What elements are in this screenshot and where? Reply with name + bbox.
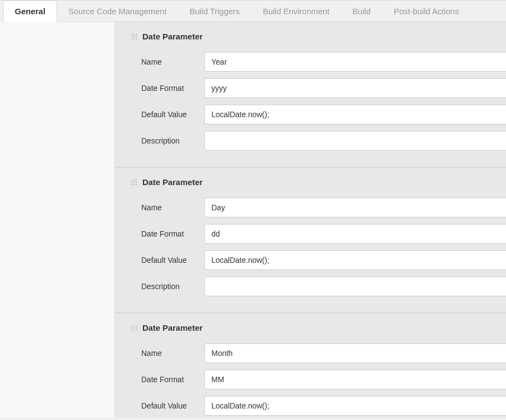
default-label: Default Value xyxy=(141,256,204,264)
dateformat-label: Date Format xyxy=(141,229,204,238)
dateformat-input[interactable] xyxy=(204,370,506,389)
default-input[interactable] xyxy=(204,250,506,270)
description-label: Description xyxy=(141,136,204,145)
description-input[interactable] xyxy=(204,277,506,296)
default-label: Default Value xyxy=(141,110,204,119)
parameter-block: Date Parameter Name Date Format Default … xyxy=(115,313,506,417)
tab-general[interactable]: General xyxy=(3,1,57,22)
drag-handle-icon[interactable] xyxy=(130,33,138,41)
description-input[interactable] xyxy=(204,131,506,151)
parameter-block: Date Parameter Name Date Format Default … xyxy=(115,22,506,168)
main-content: Date Parameter Name Date Format Default … xyxy=(115,22,506,417)
tab-post-build-actions[interactable]: Post-build Actions xyxy=(382,1,470,22)
drag-handle-icon[interactable] xyxy=(130,324,138,332)
name-input[interactable] xyxy=(204,52,506,72)
dateformat-input[interactable] xyxy=(204,224,506,244)
name-input[interactable] xyxy=(204,343,506,363)
default-label: Default Value xyxy=(141,401,204,410)
parameter-title: Date Parameter xyxy=(142,177,203,187)
default-input[interactable] xyxy=(204,105,506,124)
parameter-block: Date Parameter Name Date Format Default … xyxy=(115,168,506,313)
tab-build[interactable]: Build xyxy=(341,1,382,22)
drag-handle-icon[interactable] xyxy=(130,179,138,186)
parameter-title: Date Parameter xyxy=(142,32,203,41)
dateformat-label: Date Format xyxy=(141,375,204,384)
name-label: Name xyxy=(141,349,204,358)
name-label: Name xyxy=(141,203,204,212)
default-input[interactable] xyxy=(204,396,506,416)
name-input[interactable] xyxy=(204,198,506,217)
sidebar xyxy=(0,22,115,417)
tab-build-triggers[interactable]: Build Triggers xyxy=(178,1,251,22)
tab-bar: General Source Code Management Build Tri… xyxy=(3,1,506,22)
tab-build-environment[interactable]: Build Environment xyxy=(251,1,341,22)
dateformat-label: Date Format xyxy=(141,84,204,93)
description-label: Description xyxy=(141,282,204,291)
dateformat-input[interactable] xyxy=(204,78,506,98)
parameter-title: Date Parameter xyxy=(142,323,203,332)
name-label: Name xyxy=(141,57,204,66)
tab-scm[interactable]: Source Code Management xyxy=(57,1,178,22)
